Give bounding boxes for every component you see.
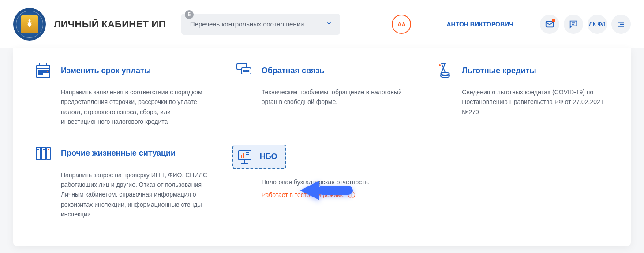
tile-pay-term-link[interactable]: Изменить срок уплаты [34,62,209,79]
svg-rect-14 [38,73,40,75]
tile-title: Изменить срок уплаты [61,66,151,75]
svg-rect-15 [41,73,43,75]
menu-button[interactable] [611,15,631,34]
tile-other-link[interactable]: Прочие жизненные ситуации [34,145,209,162]
svg-point-19 [245,71,247,72]
tile-pay-term: Изменить срок уплаты Направить заявления… [34,62,209,127]
feedback-icon [235,62,253,79]
svg-rect-10 [38,71,40,72]
tile-nbo: НБО Налоговая бухгалтерская отчетность. … [235,145,409,220]
presentation-chart-icon [236,148,254,166]
svg-point-20 [247,71,249,72]
svg-rect-34 [243,153,244,158]
svg-rect-13 [46,71,48,72]
tile-title: Прочие жизненные ситуации [61,149,176,158]
svg-rect-26 [47,147,50,160]
folders-icon [34,145,52,162]
test-mode-warning: Работает в тестовом режиме i [262,191,409,198]
tile-desc: Направить заявления в соответствии с пор… [61,87,209,127]
tile-other: Прочие жизненные ситуации Направить запр… [34,145,209,220]
chat-icon [569,19,578,29]
tile-feedback: Обратная связь Технические проблемы, обр… [235,62,409,127]
dropdown-control-ratios[interactable]: 5 Перечень контрольных соотношений [181,14,340,35]
mail-icon [545,19,554,29]
aa-label: АА [397,21,406,28]
menu-icon [616,19,626,29]
hourglass-money-icon [435,62,453,79]
tile-loans-link[interactable]: Льготные кредиты [435,62,610,79]
chevron-down-icon [326,20,332,28]
dropdown-label: Перечень контрольных соотношений [190,20,304,29]
svg-rect-24 [36,147,41,160]
tile-loans: Льготные кредиты Сведения о льготных кре… [435,62,610,127]
chat-button[interactable] [564,15,583,34]
lk-fl-label: ЛК ФЛ [589,21,605,27]
mail-button[interactable] [540,15,559,34]
eagle-icon [23,18,36,30]
svg-rect-25 [41,147,46,160]
logo-block: ЛИЧНЫЙ КАБИНЕТ ИП [13,8,166,41]
tile-feedback-link[interactable]: Обратная связь [235,62,409,79]
svg-rect-11 [41,71,43,72]
tile-nbo-link[interactable]: НБО [232,145,409,169]
fns-emblem [13,8,46,41]
svg-rect-12 [44,71,45,72]
info-icon: i [348,191,355,198]
accessibility-toggle[interactable]: АА [392,15,411,34]
tile-title: НБО [260,152,277,161]
tile-title: Льготные кредиты [462,66,536,75]
svg-point-18 [243,71,244,72]
calendar-icon [34,62,52,79]
tile-desc: Направить запрос на проверку ИНН, ФИО, С… [61,170,209,220]
tile-desc: Сведения о льготных кредитах (COVID-19) … [462,87,610,117]
svg-point-23 [439,64,441,66]
tile-desc: Налоговая бухгалтерская отчетность. [262,177,409,187]
tile-desc: Технические проблемы, обращение в налого… [262,87,409,107]
username: АНТОН ВИКТОРОВИЧ [446,21,513,28]
warn-text: Работает в тестовом режиме [262,191,345,198]
app-title: ЛИЧНЫЙ КАБИНЕТ ИП [54,19,166,30]
svg-rect-33 [241,155,242,158]
dropdown-badge: 5 [185,10,194,19]
tile-title: Обратная связь [262,66,325,75]
lk-fl-button[interactable]: ЛК ФЛ [588,15,607,34]
